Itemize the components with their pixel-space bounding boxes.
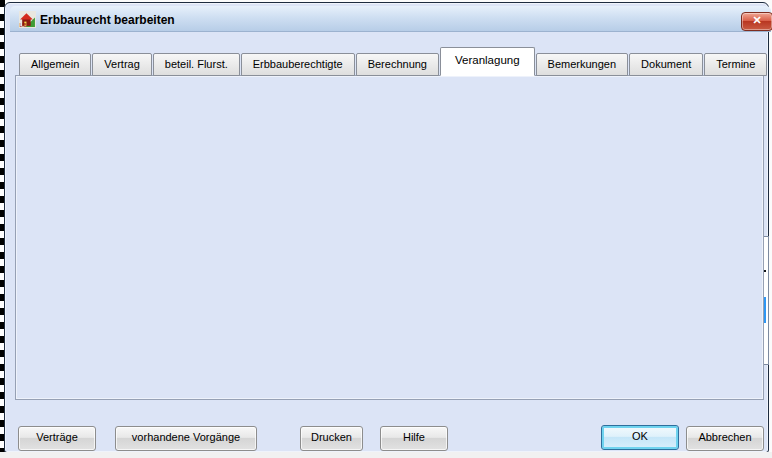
title-bar[interactable]: LIB Erbbaurecht bearbeiten ✕ bbox=[10, 6, 771, 32]
tab-beteil-flurst[interactable]: beteil. Flurst. bbox=[153, 53, 240, 76]
desktop-strip bbox=[0, 452, 772, 458]
tab-vertrag[interactable]: Vertrag bbox=[92, 53, 151, 76]
tab-bar: Allgemein Vertrag beteil. Flurst. Erbbau… bbox=[19, 49, 768, 76]
vorhandene-vorgaenge-button[interactable]: vorhandene Vorgänge bbox=[115, 426, 257, 451]
tab-bemerkungen[interactable]: Bemerkungen bbox=[536, 53, 629, 76]
hilfe-button[interactable]: Hilfe bbox=[380, 426, 448, 451]
tab-page-veranlagung bbox=[15, 75, 764, 400]
window-title: Erbbaurecht bearbeiten bbox=[40, 13, 175, 27]
ok-button[interactable]: OK bbox=[601, 425, 679, 450]
tab-berechnung[interactable]: Berechnung bbox=[356, 53, 439, 76]
vertraege-button[interactable]: Verträge bbox=[18, 426, 96, 451]
tab-allgemein[interactable]: Allgemein bbox=[19, 53, 91, 76]
tab-erbbauberechtigte[interactable]: Erbbauberechtigte bbox=[241, 53, 355, 76]
drucken-button[interactable]: Drucken bbox=[300, 426, 363, 451]
tab-termine[interactable]: Termine bbox=[704, 53, 767, 76]
abbrechen-button[interactable]: Abbrechen bbox=[686, 426, 764, 451]
erbbaurecht-dialog: LIB Erbbaurecht bearbeiten ✕ Allgemein V… bbox=[4, 2, 769, 453]
svg-text:LIB: LIB bbox=[20, 23, 27, 28]
tab-dokument[interactable]: Dokument bbox=[629, 53, 703, 76]
house-icon: LIB bbox=[19, 11, 36, 28]
close-icon[interactable]: ✕ bbox=[741, 12, 772, 31]
screen: LIB Erbbaurecht bearbeiten ✕ Allgemein V… bbox=[0, 0, 772, 458]
tab-veranlagung[interactable]: Veranlagung bbox=[440, 47, 535, 76]
